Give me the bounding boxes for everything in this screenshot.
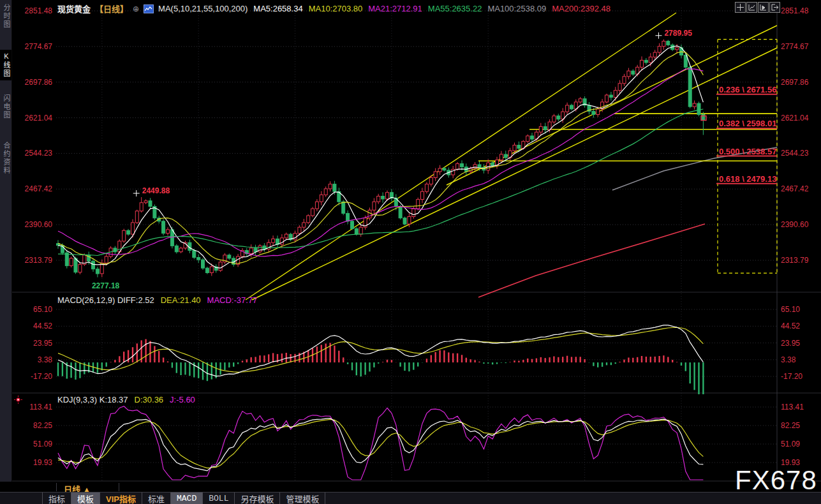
kdj-axis-label-left: 19.93 — [10, 459, 52, 466]
price-axis-label-left: 2697.86 — [10, 78, 52, 86]
ma-legend: MA(5,10,21,55,100,200)MA5:2658.34MA10:27… — [158, 4, 616, 13]
fib-level-label: 0.618 \ 2479.13 — [719, 174, 776, 184]
macd-header: MACD(26,12,9) DIFF:2.52DEA:21.40MACD:-37… — [57, 295, 263, 305]
toolbar-item-标准[interactable]: 标准 — [142, 493, 171, 504]
kdj-axis-label-left: 82.25 — [10, 422, 52, 429]
kdj-axis-label-left: 113.41 — [10, 403, 52, 411]
ma-legend-item: MA21:2712.91 — [368, 4, 422, 13]
price-axis-label-right: 2467.42 — [781, 185, 808, 193]
macd-axis-label-right: -17.20 — [781, 373, 803, 380]
indicator-header-part: DEA:21.40 — [161, 295, 201, 305]
toolbar-item-VIP指标[interactable]: VIP指标 — [100, 493, 142, 504]
symbol-title: 现货黄金 — [57, 3, 91, 15]
trading-app: 分时图K线图闪电图合约资料 现货黄金 【日线】 ⊕ MA(5,10,21,55,… — [0, 0, 821, 504]
indicator-header-part: D:30.36 — [135, 395, 164, 404]
indicator-header-part: J:-5.60 — [170, 395, 195, 404]
indicator-header-part: MACD(26,12,9) DIFF:2.52 — [57, 295, 154, 305]
price-axis-label-left: 2621.04 — [10, 114, 52, 122]
kdj-axis-label-right: 82.25 — [781, 422, 800, 429]
chart-canvas[interactable] — [0, 0, 821, 504]
macd-axis-label-left: 65.10 — [10, 306, 52, 313]
sidebar-item-3[interactable]: 闪电图 — [0, 94, 11, 119]
chart-header: 现货黄金 【日线】 ⊕ MA(5,10,21,55,100,200)MA5:26… — [57, 3, 616, 15]
pan-tool-icon[interactable] — [735, 2, 746, 13]
ma-legend-item: MA5:2658.34 — [253, 4, 302, 13]
macd-axis-label-left: -17.20 — [10, 373, 52, 380]
price-axis-label-left: 2313.79 — [10, 256, 52, 264]
collapse-icon[interactable]: ⊕ — [133, 4, 139, 13]
toolbar-item-另存模板[interactable]: 另存模板 — [235, 493, 280, 504]
sidebar-item-1[interactable]: 分时图 — [0, 4, 11, 29]
price-axis-label-right: 2544.23 — [781, 149, 808, 157]
toolbar-item-BOLL[interactable]: BOLL — [203, 493, 235, 504]
fib-level-label: 0.236 \ 2671.56 — [719, 85, 776, 94]
price-annotation: 2789.95 — [664, 29, 692, 38]
fib-level-label: 0.500 \ 2538.57 — [719, 147, 776, 156]
ma-legend-item: MA55:2635.22 — [428, 4, 482, 13]
macd-axis-label-left: 23.95 — [10, 339, 52, 347]
macd-axis-label-left: 3.38 — [10, 356, 52, 364]
exit-view-icon[interactable] — [769, 2, 780, 13]
chart-type-icon — [144, 4, 154, 13]
bottom-toolbar: 指标模板VIP指标标准MACDBOLL另存模板管理模板 — [0, 492, 821, 504]
alert-icon[interactable] — [14, 395, 22, 403]
watermark: FX678 — [735, 465, 817, 496]
indicator-header-part: KDJ(9,3,3) K:18.37 — [57, 395, 128, 404]
macd-axis-label-right: 23.95 — [781, 339, 800, 347]
toolbar-item-管理模板[interactable]: 管理模板 — [280, 493, 325, 504]
toolbar-item-MACD[interactable]: MACD — [171, 493, 203, 504]
ma-legend-item: MA(5,10,21,55,100,200) — [158, 4, 248, 13]
macd-axis-label-left: 44.52 — [10, 322, 52, 330]
ma-legend-item: MA200:2392.48 — [552, 4, 610, 13]
price-axis-label-right: 2621.04 — [781, 114, 808, 122]
price-axis-label-left: 2390.60 — [10, 221, 52, 228]
sidebar-item-2[interactable]: K线图 — [0, 50, 11, 80]
price-annotation: 2449.88 — [142, 186, 170, 195]
price-axis-label-right: 2313.79 — [781, 256, 808, 264]
price-annotation: 2277.18 — [92, 281, 119, 290]
toolbar-item-模板[interactable]: 模板 — [71, 493, 100, 504]
price-axis-label-right: 2774.67 — [781, 43, 808, 50]
fib-level-label: 0.382 \ 2598.01 — [719, 119, 776, 128]
kdj-axis-label-right: 113.41 — [781, 403, 804, 411]
kdj-header: KDJ(9,3,3) K:18.37D:30.36J:-5.60 — [57, 395, 202, 404]
period-label: 【日线】 — [95, 3, 128, 15]
price-axis-label-right: 2390.60 — [781, 221, 808, 228]
price-axis-label-right: 2697.86 — [781, 78, 808, 86]
macd-axis-label-right: 65.10 — [781, 306, 800, 313]
price-axis-label-left: 2851.48 — [10, 7, 52, 15]
sidebar-item-4[interactable]: 合约资料 — [0, 142, 11, 175]
kdj-axis-label-right: 51.09 — [781, 440, 800, 448]
kdj-axis-label-left: 51.09 — [10, 440, 52, 448]
indicator-header-part: MACD:-37.77 — [207, 295, 258, 305]
macd-axis-label-right: 3.38 — [781, 356, 795, 364]
price-axis-label-right: 2851.48 — [781, 7, 808, 15]
date-axis: 2024/052024/062024/072024/082024/092024/… — [0, 482, 821, 492]
price-axis-label-left: 2774.67 — [10, 43, 52, 50]
price-axis-label-left: 2544.23 — [10, 149, 52, 157]
play-chart-icon[interactable] — [758, 2, 769, 13]
macd-axis-label-right: 44.52 — [781, 322, 800, 330]
ma-legend-item: MA100:2538.09 — [487, 4, 546, 13]
toolbar-item-指标[interactable]: 指标 — [42, 493, 71, 504]
left-sidebar: 分时图K线图闪电图合约资料 — [0, 0, 12, 482]
price-axis-label-left: 2467.42 — [10, 185, 52, 193]
area-chart-icon[interactable] — [746, 2, 757, 13]
ma-legend-item: MA10:2703.80 — [309, 4, 363, 13]
